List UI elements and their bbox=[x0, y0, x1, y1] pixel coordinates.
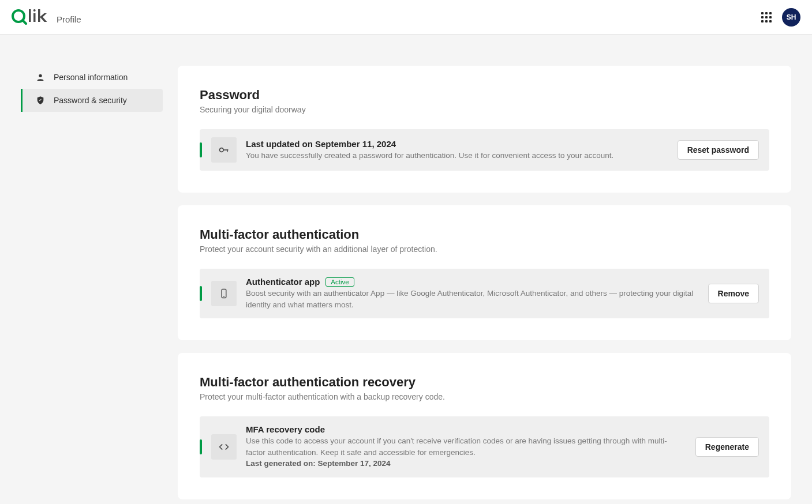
mfa-card: Multi-factor authentication Protect your… bbox=[178, 205, 791, 340]
svg-rect-3 bbox=[33, 13, 36, 22]
sidebar: Personal information Password & security bbox=[21, 66, 163, 112]
svg-rect-8 bbox=[227, 149, 228, 152]
app-launcher-icon[interactable] bbox=[761, 12, 772, 22]
reset-password-button[interactable]: Reset password bbox=[678, 140, 759, 160]
card-subtitle: Protect your account security with an ad… bbox=[200, 245, 769, 254]
recovery-row-desc: Use this code to access your account if … bbox=[246, 437, 667, 457]
password-row-desc: You have successfully created a password… bbox=[246, 150, 667, 161]
top-bar: Profile SH bbox=[0, 0, 812, 35]
card-subtitle: Protect your multi-factor authentication… bbox=[200, 392, 769, 401]
regenerate-button[interactable]: Regenerate bbox=[695, 437, 759, 457]
recovery-info-row: MFA recovery code Use this code to acces… bbox=[200, 416, 769, 477]
header-section-label: Profile bbox=[57, 14, 81, 24]
sidebar-item-personal-information[interactable]: Personal information bbox=[21, 66, 163, 89]
svg-point-6 bbox=[220, 148, 224, 152]
svg-rect-2 bbox=[29, 9, 31, 22]
card-title: Multi-factor authentication bbox=[200, 227, 769, 242]
authenticator-row-title: Authenticator app bbox=[246, 277, 320, 287]
remove-authenticator-button[interactable]: Remove bbox=[708, 284, 759, 303]
card-title: Password bbox=[200, 88, 769, 103]
svg-line-1 bbox=[23, 20, 26, 24]
person-icon bbox=[35, 73, 46, 82]
recovery-generated: Last generated on: September 17, 2024 bbox=[246, 459, 391, 468]
avatar[interactable]: SH bbox=[782, 8, 800, 27]
qlik-logo bbox=[12, 7, 50, 25]
svg-point-5 bbox=[39, 74, 42, 77]
brand: Profile bbox=[12, 7, 81, 27]
svg-point-4 bbox=[33, 9, 36, 12]
password-card: Password Securing your digital doorway L… bbox=[178, 66, 791, 193]
mfa-recovery-card: Multi-factor authentication recovery Pro… bbox=[178, 353, 791, 499]
card-title: Multi-factor authentication recovery bbox=[200, 375, 769, 390]
recovery-row-title: MFA recovery code bbox=[246, 424, 685, 434]
key-icon bbox=[211, 137, 237, 163]
status-badge: Active bbox=[325, 277, 354, 287]
password-info-row: Last updated on September 11, 2024 You h… bbox=[200, 129, 769, 171]
authenticator-info-row: Authenticator app Active Boost security … bbox=[200, 269, 769, 318]
code-icon bbox=[211, 434, 237, 460]
card-subtitle: Securing your digital doorway bbox=[200, 105, 769, 114]
sidebar-item-label: Password & security bbox=[54, 96, 127, 105]
authenticator-row-desc: Boost security with an authenticator App… bbox=[246, 288, 698, 310]
phone-icon bbox=[211, 281, 237, 306]
sidebar-item-label: Personal information bbox=[54, 73, 128, 82]
shield-icon bbox=[35, 96, 46, 105]
password-row-title: Last updated on September 11, 2024 bbox=[246, 139, 667, 149]
sidebar-item-password-security[interactable]: Password & security bbox=[21, 89, 163, 112]
